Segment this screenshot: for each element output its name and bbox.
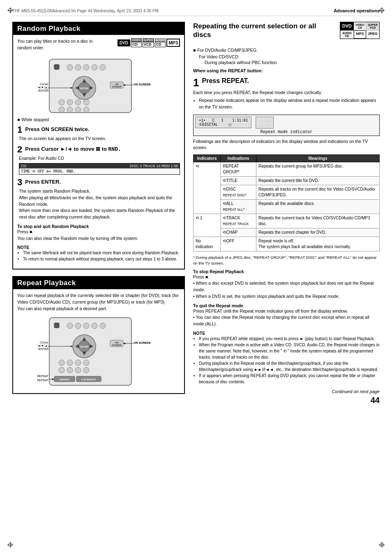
- meaning-cell: Repeats all tracks on the current disc f…: [256, 185, 379, 200]
- stop-repeat-box: To stop Repeat Playback Press ■. • When …: [193, 269, 380, 300]
- svg-text:ON SCREEN: ON SCREEN: [134, 83, 151, 86]
- svg-point-54: [59, 367, 65, 373]
- svg-text:A-B REPEAT: A-B REPEAT: [81, 378, 97, 381]
- badge-audiocd-right: AUDIOCD: [340, 30, 354, 39]
- indication-cell: ⟲ALLREPEAT ALL*: [221, 200, 256, 214]
- indication-cell: ⟲TITLE: [221, 177, 256, 185]
- svg-point-36: [83, 323, 89, 329]
- repeat-playback-section: Repeat Playback You can repeat playback …: [12, 276, 185, 394]
- indicator-cell: ⟲ 1: [194, 214, 221, 237]
- continued-text: Continued on next page: [193, 389, 380, 394]
- quit-repeat-body: Press REPEAT until the Repeat mode indic…: [193, 308, 380, 327]
- remote-diagram-random: ENTER ON SCREEN: [17, 57, 180, 115]
- stop-random-body: Press ■. You can also clear the Random m…: [17, 229, 180, 242]
- svg-text:Cursor: Cursor: [40, 341, 49, 344]
- quit-repeat-title: To quit the Repeat mode: [193, 303, 380, 308]
- right-column: Repeating the current selection or all d…: [193, 22, 380, 405]
- indicator-caption: Repeat mode indicator: [195, 129, 378, 134]
- random-notes: The same title/track will not be played …: [17, 250, 180, 262]
- svg-text:ON SCREEN: ON SCREEN: [134, 341, 151, 344]
- quit-repeat-box: To quit the Repeat mode Press REPEAT unt…: [193, 303, 380, 327]
- svg-text:Cursor: Cursor: [40, 83, 49, 85]
- repeat-note-title: NOTE: [193, 331, 380, 336]
- table-row: ⟲TITLE Repeats the current title for DVD…: [194, 177, 380, 185]
- table-row: No indication ⟲OFF Repeat mode is off.Th…: [194, 237, 380, 251]
- repeat-note-box: NOTE If you press REPEAT while stopped, …: [193, 331, 380, 385]
- table-row: ⟲ REPEAT GROUP* Repeats the current grou…: [194, 162, 380, 177]
- followings-text: Followings are the description of indica…: [193, 138, 380, 152]
- svg-point-19: [75, 99, 81, 105]
- random-step-2: 2 Press Cursor ►/◄ to move ⊠ to RND. Exa…: [17, 145, 180, 175]
- random-note-box: NOTE The same title/track will not be pl…: [17, 245, 180, 262]
- left-column: Random Playback You can play titles or t…: [12, 22, 185, 405]
- repeating-badges-grid: DVD VIDEOCD SUPERVCD AUDIOCD MP3 JPEG: [340, 22, 380, 39]
- when-using-repeat: When using the REPEAT button:: [193, 68, 380, 73]
- meaning-cell: Repeat mode is off.The system plays back…: [256, 237, 379, 251]
- random-playback-section: Random Playback You can play titles or t…: [12, 22, 185, 269]
- table-row: ⟲DISCREPEAT DISC* Repeats all tracks on …: [194, 185, 380, 200]
- repeat-mode-indicator-display: •1• C 1 1:31:01 ①DIGITAL □ ⬜⬜⬜ ⬜ ⬜ Repea…: [193, 115, 380, 136]
- svg-point-35: [75, 323, 81, 329]
- svg-point-34: [67, 323, 73, 329]
- svg-point-22: [67, 107, 73, 113]
- svg-rect-6: [54, 64, 59, 69]
- svg-text:(►/◄/▼/▲): (►/◄/▼/▲): [37, 344, 48, 348]
- svg-point-56: [75, 367, 81, 373]
- svg-text:REPEAT: REPEAT: [60, 378, 69, 381]
- random-note-item-2: To return to normal playback without sto…: [23, 256, 180, 262]
- indication-cell: REPEAT GROUP*: [221, 162, 256, 177]
- repeat-playback-desc: You can repeat playback of the currently…: [17, 292, 180, 312]
- header-section: Advanced operations: [334, 8, 380, 13]
- stop-repeat-body: Press ■. • When a disc except DVD is sel…: [193, 274, 380, 300]
- indication-cell: ⟲OFF: [221, 237, 256, 251]
- random-step-3: 3 Press ENTER. The system starts Random …: [17, 178, 180, 221]
- for-videocd-text: For Video CD/SVCD:: [199, 54, 380, 59]
- repeat-note-item-2: When the Program mode is active with a V…: [199, 342, 380, 360]
- svg-point-18: [67, 99, 73, 105]
- svg-text:ENTER: ENTER: [80, 345, 89, 348]
- stop-random-box: To stop and quit Random Playback Press ■…: [17, 224, 180, 242]
- svg-point-37: [92, 323, 97, 329]
- table-header-indications: Indications: [221, 155, 256, 162]
- svg-point-21: [59, 107, 65, 113]
- svg-point-23: [75, 107, 81, 113]
- table-row: ⟲CHAP Repeats the current chapter for DV…: [194, 228, 380, 237]
- random-step-1: 1 Press ON SCREEN twice. The on-screen b…: [17, 125, 180, 142]
- badge-dvd-right: DVD: [340, 22, 354, 30]
- badge-mp3: MP3: [166, 39, 180, 47]
- svg-point-51: [67, 360, 73, 366]
- svg-point-20: [83, 99, 89, 105]
- svg-text:(►/◄/▼/▲): (►/◄/▼/▲): [37, 86, 48, 89]
- meaning-cell: Repeats all the available discs.: [256, 200, 379, 214]
- svg-point-17: [59, 99, 65, 105]
- random-playback-title: Random Playback: [13, 23, 184, 35]
- badge-jpeg-right: JPEG: [366, 30, 379, 39]
- svg-point-5: [100, 64, 106, 70]
- repeat-step-bullet: Repeat mode indicators appear on the dis…: [199, 97, 380, 111]
- random-note-item-1: The same title/track will not be played …: [23, 250, 180, 256]
- random-playback-content: You can play titles or tracks on a disc …: [13, 35, 184, 269]
- svg-text:/ENTER: /ENTER: [38, 89, 48, 92]
- meaning-cell: Repeats the current title for DVD.: [256, 177, 379, 185]
- repeat-notes: If you press REPEAT while stopped, you n…: [193, 336, 380, 385]
- indication-cell: ⟲CHAP: [221, 228, 256, 237]
- repeat-playback-content: You can repeat playback of the currently…: [13, 289, 184, 393]
- svg-point-2: [75, 64, 81, 70]
- repeat-playback-title: Repeat Playback: [13, 277, 184, 289]
- table-footnote: * During playback of a JPEG disc, "REPEA…: [193, 255, 380, 267]
- meaning-cell: Repeats the current track for Video CD/S…: [256, 214, 379, 228]
- svg-point-4: [92, 64, 97, 70]
- repeat-step-1: 1 Press REPEAT. Each time you press REPE…: [193, 77, 380, 111]
- repeat-note-item-1: If you press REPEAT while stopped, you n…: [199, 336, 380, 342]
- stop-random-title: To stop and quit Random Playback: [17, 224, 180, 229]
- repeat-note-item-3: During playback in the Repeat mode of th…: [199, 360, 380, 373]
- indication-cell: ⟲TRACKREPEAT TRACK: [221, 214, 256, 228]
- repeating-section-title: Repeating the current selection or all d…: [193, 22, 316, 39]
- meaning-cell: Repeats the current chapter for DVD.: [256, 228, 379, 237]
- example-display: CD DISC 3 TRACK 14 REM 1:58 TIME ⟲ OFF ⊕…: [19, 163, 180, 175]
- random-playback-desc: You can play titles or tracks on a disc …: [17, 38, 99, 51]
- svg-text:SCREEN: SCREEN: [112, 85, 122, 88]
- page-number: 44: [193, 396, 380, 405]
- svg-point-3: [83, 64, 89, 70]
- indicator-cell: ⟲: [194, 162, 221, 214]
